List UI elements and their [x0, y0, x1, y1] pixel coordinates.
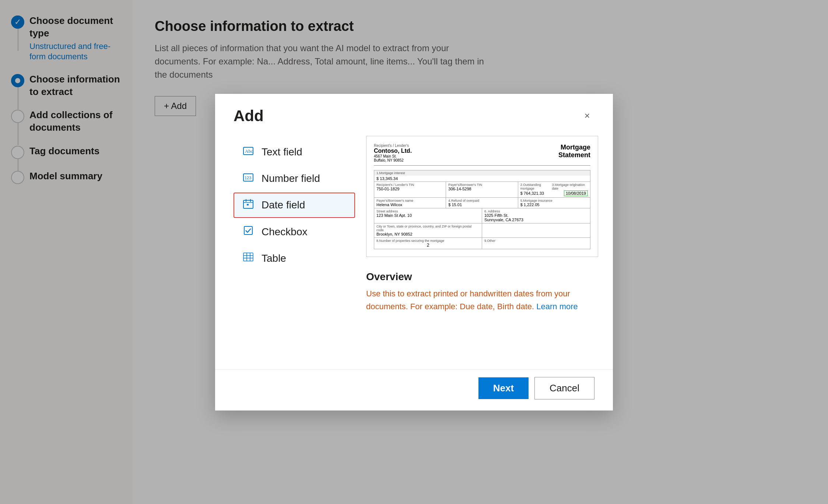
refund-value: $ 15.01 [448, 202, 515, 207]
svg-text:123: 123 [245, 176, 251, 180]
insurance-cell: 5.Mortgage insurance $ 1,222.05 [518, 198, 590, 208]
modal-overlay: Add × Abc Text field 123 Num [0, 0, 828, 504]
company-name: Contoso, Ltd. [374, 148, 412, 154]
svg-rect-9 [244, 226, 252, 235]
address6-label: 6. Address [484, 209, 588, 213]
other-label: 9.Other [484, 239, 588, 243]
outstanding-label: 2.Outstanding mortgage [520, 183, 552, 190]
address-2: Buffalo, NY 90852 [374, 158, 412, 162]
street-value: 123 Main St Apt. 10 [376, 213, 480, 218]
overview-section: Overview Use this to extract printed or … [366, 267, 598, 313]
name-label: Payer's/Borrower's name [376, 199, 443, 202]
field-list: Abc Text field 123 Number field Da [215, 136, 355, 358]
other-cell: 9.Other [482, 238, 590, 249]
mortgage-row4: Street address 123 Main St Apt. 10 6. Ad… [374, 208, 590, 223]
mortgage-title-block: MortgageStatement [558, 144, 590, 159]
checkbox-label: Checkbox [262, 226, 308, 238]
dialog-footer: Next Cancel [215, 369, 613, 410]
svg-rect-8 [247, 204, 249, 205]
payer-tin-cell: Payer's/Borrower's TIN 306-14-5298 [446, 182, 518, 197]
origination-label: 3.Mortgage origination date [552, 183, 588, 190]
city-value: Brooklyn, NY 90852 [376, 232, 480, 236]
outstanding-value: $ 764,321.33 [520, 191, 544, 195]
number-field-icon: 123 [242, 173, 255, 184]
payer-tin-label: Payer's/Borrower's TIN [448, 183, 515, 187]
properties-cell: 8.Number of properties securing the mort… [374, 238, 482, 249]
dialog-title: Add [234, 107, 264, 125]
origination-value: 10/08/2019 [564, 190, 588, 196]
overview-title: Overview [366, 271, 598, 283]
close-button[interactable]: × [580, 109, 594, 123]
tin-label: Recipient's / Lender's TIN [376, 183, 443, 187]
preview-panel: Recipient's / Lender's Contoso, Ltd. 456… [355, 136, 613, 358]
properties-label: 8.Number of properties securing the mort… [376, 239, 480, 243]
city-label: City or Town, state or province, country… [376, 225, 480, 232]
tin-value: 750-01-1829 [376, 187, 443, 191]
mortgage-row2: Recipient's / Lender's TIN 750-01-1829 P… [374, 182, 590, 198]
cancel-button[interactable]: Cancel [534, 377, 594, 399]
properties-value: 2 [376, 243, 480, 248]
field-item-date[interactable]: Date field [234, 193, 355, 218]
outstanding-labels: 2.Outstanding mortgage 3.Mortgage origin… [520, 183, 588, 190]
overview-text: Use this to extract printed or handwritt… [366, 287, 598, 313]
date-field-icon [242, 199, 255, 211]
field-item-number[interactable]: 123 Number field [234, 166, 355, 191]
tin-cell: Recipient's / Lender's TIN 750-01-1829 [374, 182, 446, 197]
interest-label: 1.Mortgage interest [374, 170, 590, 176]
next-button[interactable]: Next [478, 377, 529, 399]
number-field-label: Number field [262, 173, 320, 184]
street-label: Street address [376, 209, 480, 213]
mortgage-preview: Recipient's / Lender's Contoso, Ltd. 456… [366, 136, 598, 257]
refund-cell: 4.Refund of overpaid $ 15.01 [446, 198, 518, 208]
mortgage-header: Recipient's / Lender's Contoso, Ltd. 456… [374, 144, 590, 166]
dialog-body: Abc Text field 123 Number field Da [215, 132, 613, 369]
address6-value: 1025 Fifth St. Sunnyvale, CA 27673 [484, 213, 588, 222]
checkbox-icon [242, 226, 255, 237]
field-item-text[interactable]: Abc Text field [234, 140, 355, 165]
outstanding-values: $ 764,321.33 10/08/2019 [520, 190, 588, 196]
spacer-cell [482, 223, 590, 237]
field-item-table[interactable]: Table [234, 246, 355, 271]
svg-text:Abc: Abc [245, 148, 253, 154]
add-dialog: Add × Abc Text field 123 Num [215, 94, 613, 410]
dialog-header: Add × [215, 94, 613, 132]
refund-label: 4.Refund of overpaid [448, 199, 515, 202]
name-cell: Payer's/Borrower's name Helena Wilcox [374, 198, 446, 208]
text-field-label: Text field [262, 146, 302, 158]
city-cell: City or Town, state or province, country… [374, 223, 482, 237]
payer-tin-value: 306-14-5298 [448, 187, 515, 191]
svg-rect-10 [243, 253, 253, 261]
mortgage-row1: 1.Mortgage interest $ 13,345.34 [374, 170, 590, 182]
text-field-icon: Abc [242, 146, 255, 158]
date-field-label: Date field [262, 199, 305, 211]
table-label: Table [262, 253, 286, 264]
name-value: Helena Wilcox [376, 202, 443, 207]
address6-cell: 6. Address 1025 Fifth St. Sunnyvale, CA … [482, 208, 590, 223]
recipient-label: Recipient's / Lender's [374, 144, 412, 148]
outstanding-cell: 2.Outstanding mortgage 3.Mortgage origin… [518, 182, 590, 197]
street-cell: Street address 123 Main St Apt. 10 [374, 208, 482, 223]
mortgage-row3: Payer's/Borrower's name Helena Wilcox 4.… [374, 198, 590, 208]
interest-value: $ 13,345.34 [374, 176, 590, 181]
learn-more-link[interactable]: Learn more [536, 302, 578, 311]
table-icon [242, 253, 255, 264]
insurance-value: $ 1,222.05 [520, 202, 588, 207]
mortgage-row5: City or Town, state or province, country… [374, 223, 590, 238]
mortgage-row6: 8.Number of properties securing the mort… [374, 238, 590, 249]
insurance-label: 5.Mortgage insurance [520, 199, 588, 202]
address-1: 4567 Main St. [374, 154, 412, 158]
field-item-checkbox[interactable]: Checkbox [234, 219, 355, 244]
mortgage-doc-title: MortgageStatement [558, 144, 590, 159]
mortgage-company-block: Recipient's / Lender's Contoso, Ltd. 456… [374, 144, 412, 162]
